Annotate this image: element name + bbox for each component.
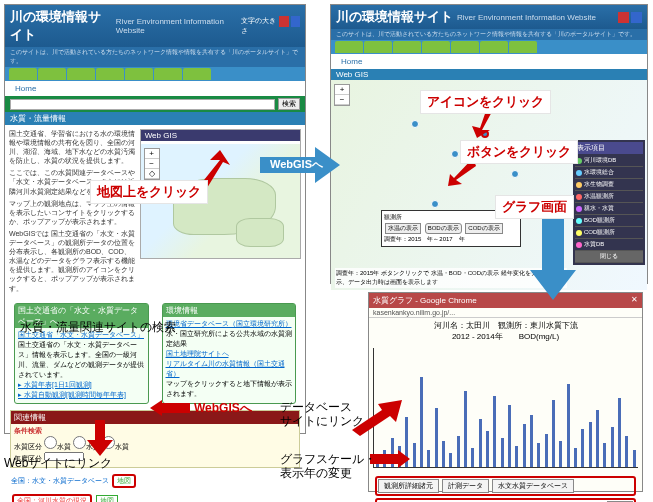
description-text: 国土交通省、学習省における水の環境情報や環境情報の共有化を図り、全国の河川、湖沼… <box>9 129 136 296</box>
annot-website-link: Webサイトにリンク <box>4 456 112 470</box>
close-icon[interactable]: ✕ <box>631 295 638 306</box>
site-title: 川の環境情報サイト <box>10 8 112 44</box>
callout-map-click: 地図上をクリック <box>90 180 208 204</box>
tab-measure-data[interactable]: 計測データ <box>442 479 489 493</box>
callout-button-click: ボタンをクリック <box>460 140 578 164</box>
keyword-input[interactable] <box>10 99 275 110</box>
layer-panel: 表示項目 河川環境DB 水環境総合 水生物調査 水温観測所 親水・水質 BOD観… <box>573 140 645 265</box>
bar <box>581 429 584 467</box>
bar <box>574 448 577 467</box>
left-browser-panel: 川の環境情報サイト River Environment Information … <box>4 4 306 434</box>
graph-title: 河川名：太田川 観測所：東川水質下流 2012 - 2014年 BOD(mg/L… <box>369 318 642 344</box>
callout-to-webgis: WebGISへ <box>264 155 329 174</box>
callout-icon-click: アイコンをクリック <box>420 90 551 114</box>
bar <box>464 391 467 467</box>
site-subtitle: River Environment Information Website <box>116 17 237 35</box>
bar <box>611 427 614 467</box>
status-chip[interactable]: 全国：河川水質の現況 <box>12 494 92 502</box>
bar <box>427 450 430 467</box>
map-button-2[interactable]: 地図 <box>96 495 118 502</box>
site-header-2: 川の環境情報サイト River Environment Information … <box>331 5 647 29</box>
bod-button[interactable]: BODの表示 <box>425 223 462 234</box>
bar <box>442 441 445 467</box>
bar <box>589 422 592 467</box>
bar <box>530 415 533 467</box>
bar <box>493 396 496 467</box>
bar <box>625 436 628 467</box>
bar <box>457 436 460 467</box>
bar <box>559 441 562 467</box>
textsize-large-icon[interactable] <box>279 16 288 27</box>
search-button[interactable]: 検索 <box>278 98 300 110</box>
zoom-control[interactable]: +− <box>334 84 350 106</box>
bar <box>515 446 518 467</box>
search-bar: 検索 <box>5 96 305 112</box>
bar <box>603 443 606 467</box>
db-chip-label[interactable]: 全国：水文・水質データベース <box>11 477 109 484</box>
bar <box>479 419 482 467</box>
bar <box>449 453 452 467</box>
tab-station-detail[interactable]: 観測所詳細諸元 <box>378 479 439 493</box>
bar <box>486 431 489 467</box>
bar <box>537 443 540 467</box>
tab-item[interactable] <box>9 68 37 80</box>
station-pin[interactable] <box>451 150 459 158</box>
bar <box>508 405 511 467</box>
cod-button[interactable]: CODの表示 <box>465 223 502 234</box>
bar <box>567 384 570 467</box>
bar <box>471 448 474 467</box>
bar-chart <box>373 348 638 468</box>
close-layers[interactable]: 閉じる <box>575 251 643 263</box>
bar <box>618 398 621 467</box>
header-tools: 文字の大きさ <box>241 16 300 36</box>
graph-titlebar: 水質グラフ - Google Chrome✕ <box>369 293 642 308</box>
svg-marker-8 <box>370 450 410 468</box>
env-info-box: 環境情報 環境省データベース（国立環境研究所） 水・国立研究所による公共水域の水… <box>162 303 297 404</box>
callout-graph-screen: グラフ画面 <box>495 195 574 219</box>
map-button-1[interactable]: 地図 <box>112 474 136 488</box>
bar <box>501 438 504 467</box>
home-link[interactable]: Home <box>10 83 41 94</box>
svg-marker-5 <box>150 400 190 416</box>
station-pin[interactable] <box>411 120 419 128</box>
map-zoom-control[interactable]: +−◇ <box>144 148 160 180</box>
annot-db-link: データベース サイトにリンク <box>280 400 364 429</box>
bar <box>633 450 636 467</box>
annot-to-webgis-2: WebGISへ <box>188 398 258 419</box>
annot-search-sites: 水質・流量関連サイトの検索 <box>20 320 176 334</box>
bar <box>596 410 599 467</box>
svg-marker-6 <box>87 420 113 456</box>
bar <box>435 408 438 468</box>
breadcrumb: 水質・流量情報 <box>5 112 305 125</box>
site-desc: このサイトは、川で活動されている方たちのネットワーク情報や情報を共有する「川のポ… <box>5 47 305 67</box>
bar <box>545 434 548 467</box>
textsize-icon[interactable] <box>618 12 629 23</box>
mlit-db-box: 国土交通省の「水文・水質データベース」へ 国土交通省「水文・水質データベース」 … <box>14 303 149 404</box>
bar <box>420 377 423 467</box>
category-tabs <box>5 67 305 81</box>
bar <box>523 424 526 467</box>
webgis-header: Web GIS <box>141 130 300 141</box>
bar <box>552 400 555 467</box>
textsize-small-icon[interactable] <box>291 16 300 27</box>
temp-button[interactable]: 水温の表示 <box>385 223 421 234</box>
site-header: 川の環境情報サイト River Environment Information … <box>5 5 305 47</box>
tab-db[interactable]: 水文水質データベース <box>492 479 574 493</box>
annot-scale-change: グラフスケール・ 表示年の変更 <box>280 452 376 481</box>
bar <box>413 443 416 467</box>
